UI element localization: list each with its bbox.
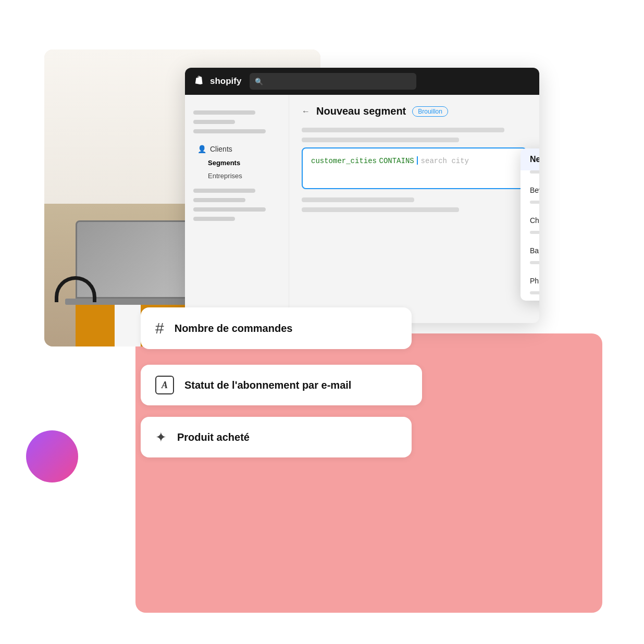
sidebar-sub-section: Segments Entreprises [185,156,289,182]
page-title: Nouveau segment [316,105,406,117]
card-number-commands[interactable]: # Nombre de commandes [141,307,412,349]
dropdown-bar-1 [530,170,539,174]
content-placeholder-4 [302,207,459,212]
query-field: customer_cities [311,157,377,165]
number-commands-label: Nombre de commandes [175,323,293,335]
sidebar-placeholder-2 [193,120,235,124]
dropdown-bar-4 [530,261,539,264]
star-icon: ✦ [155,429,167,445]
query-editor[interactable]: customer_cities CONTAINS search city New… [302,147,527,189]
a-icon: A [155,376,174,394]
sidebar-placeholder-6 [193,207,266,212]
city-chicago: Chicago [530,216,539,225]
dropdown-item-new-york[interactable]: New York [521,148,539,170]
dropdown-item-philadelphie[interactable]: Philadelphie [521,270,539,291]
dropdown-bar-5 [530,291,539,294]
person-icon: 👤 [197,145,206,153]
sidebar-placeholder-3 [193,129,266,133]
draft-badge: Brouillon [412,106,448,117]
content-placeholder-3 [302,197,414,202]
dropdown-item-chicago[interactable]: Chicago [521,210,539,231]
shopify-main: ← Nouveau segment Brouillon customer_cit… [289,95,539,323]
dropdown-item-bangalore[interactable]: Bangalore [521,240,539,261]
search-icon: 🔍 [255,78,263,85]
city-bangalore: Bangalore [530,246,539,255]
dropdown-bar-3 [530,231,539,234]
city-beverly-hills: Beverly Hills [530,186,539,194]
shopify-header: shopify 🔍 [185,68,539,95]
back-arrow-icon[interactable]: ← [302,107,310,116]
shopify-window: shopify 🔍 👤 Clients [185,68,539,323]
sidebar-item-clients[interactable]: 👤 Clients [189,142,284,156]
shopify-body: 👤 Clients Segments Entreprises [185,95,539,323]
shopify-sidebar: 👤 Clients Segments Entreprises [185,95,289,323]
page-header: ← Nouveau segment Brouillon [302,105,527,117]
shopify-logo: shopify [194,76,241,87]
dropdown-bar-2 [530,201,539,204]
content-placeholder-2 [302,138,459,142]
card-product[interactable]: ✦ Produit acheté [141,417,412,457]
sidebar-item-segments[interactable]: Segments [200,156,289,169]
dropdown-item-beverly-hills[interactable]: Beverly Hills [521,180,539,201]
gradient-circle [26,430,78,482]
sidebar-placeholder-4 [193,189,255,193]
sidebar-placeholder-7 [193,217,235,221]
sidebar-item-entreprises[interactable]: Entreprises [200,169,289,182]
sidebar-placeholder-1 [193,110,255,115]
hash-icon: # [155,320,164,336]
shopify-logo-icon [194,76,206,87]
city-new-york: New York [530,155,539,164]
search-bar[interactable]: 🔍 [250,73,416,90]
query-placeholder: search city [421,157,469,165]
sidebar-placeholder-5 [193,198,245,202]
segments-label: Segments [208,159,240,167]
product-label: Produit acheté [177,431,250,443]
subscription-label: Statut de l'abonnement par e-mail [184,379,351,391]
city-philadelphie: Philadelphie [530,277,539,285]
query-operator-text: CONTAINS [379,157,414,165]
shopify-logo-text: shopify [210,76,241,86]
scene: shopify 🔍 👤 Clients [0,0,644,644]
card-subscription[interactable]: A Statut de l'abonnement par e-mail [141,365,422,405]
entreprises-label: Entreprises [208,172,242,180]
city-dropdown: New York Beverly Hills Chicago Bangalo [521,148,539,301]
query-cursor [417,156,418,165]
content-placeholder-1 [302,128,504,132]
clients-label: Clients [210,145,232,153]
